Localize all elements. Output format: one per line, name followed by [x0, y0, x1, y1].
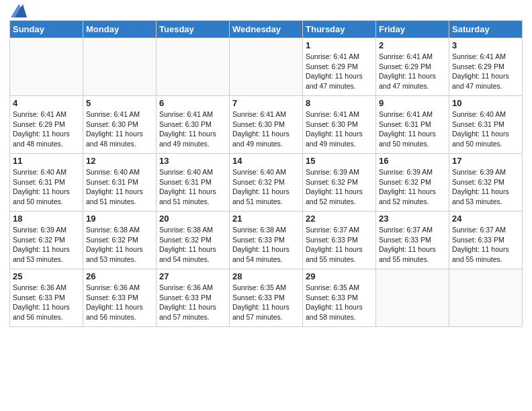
day-info: Sunrise: 6:35 AM Sunset: 6:33 PM Dayligh… — [232, 283, 300, 322]
day-info: Sunrise: 6:37 AM Sunset: 6:33 PM Dayligh… — [452, 225, 519, 265]
header-cell-wednesday: Wednesday — [230, 21, 303, 38]
day-info: Sunrise: 6:40 AM Sunset: 6:31 PM Dayligh… — [452, 109, 519, 149]
day-cell: 24Sunrise: 6:37 AM Sunset: 6:33 PM Dayli… — [449, 212, 523, 269]
day-info: Sunrise: 6:40 AM Sunset: 6:32 PM Dayligh… — [232, 167, 300, 207]
day-cell — [157, 38, 230, 96]
day-number: 25 — [13, 271, 80, 281]
week-row-2: 11Sunrise: 6:40 AM Sunset: 6:31 PM Dayli… — [10, 154, 523, 212]
day-cell: 21Sunrise: 6:38 AM Sunset: 6:33 PM Dayli… — [230, 212, 303, 269]
day-cell: 16Sunrise: 6:39 AM Sunset: 6:32 PM Dayli… — [376, 154, 449, 212]
day-info: Sunrise: 6:38 AM Sunset: 6:32 PM Dayligh… — [86, 225, 153, 265]
day-cell: 19Sunrise: 6:38 AM Sunset: 6:32 PM Dayli… — [83, 212, 157, 269]
calendar-header: SundayMondayTuesdayWednesdayThursdayFrid… — [10, 21, 523, 38]
day-number: 23 — [379, 214, 446, 224]
logo — [9, 9, 27, 17]
day-info: Sunrise: 6:40 AM Sunset: 6:31 PM Dayligh… — [159, 167, 226, 207]
header-cell-tuesday: Tuesday — [157, 21, 230, 38]
day-info: Sunrise: 6:38 AM Sunset: 6:32 PM Dayligh… — [159, 225, 226, 265]
day-number: 3 — [452, 40, 519, 50]
day-cell: 23Sunrise: 6:37 AM Sunset: 6:33 PM Dayli… — [376, 212, 449, 269]
day-info: Sunrise: 6:39 AM Sunset: 6:32 PM Dayligh… — [379, 167, 446, 207]
day-cell: 11Sunrise: 6:40 AM Sunset: 6:31 PM Dayli… — [10, 154, 83, 212]
day-cell: 3Sunrise: 6:41 AM Sunset: 6:29 PM Daylig… — [449, 38, 523, 96]
day-number: 29 — [306, 271, 373, 281]
day-cell: 29Sunrise: 6:35 AM Sunset: 6:33 PM Dayli… — [303, 269, 376, 327]
day-cell: 1Sunrise: 6:41 AM Sunset: 6:29 PM Daylig… — [303, 38, 376, 96]
day-cell: 4Sunrise: 6:41 AM Sunset: 6:29 PM Daylig… — [10, 96, 83, 154]
day-info: Sunrise: 6:39 AM Sunset: 6:32 PM Dayligh… — [452, 167, 519, 207]
day-info: Sunrise: 6:41 AM Sunset: 6:29 PM Dayligh… — [379, 52, 446, 91]
day-info: Sunrise: 6:41 AM Sunset: 6:29 PM Dayligh… — [452, 52, 519, 91]
day-info: Sunrise: 6:41 AM Sunset: 6:30 PM Dayligh… — [232, 109, 300, 149]
day-number: 9 — [379, 98, 446, 108]
day-info: Sunrise: 6:36 AM Sunset: 6:33 PM Dayligh… — [13, 283, 80, 322]
day-number: 19 — [86, 214, 153, 224]
day-number: 8 — [306, 98, 373, 108]
day-number: 7 — [232, 98, 300, 108]
day-info: Sunrise: 6:38 AM Sunset: 6:33 PM Dayligh… — [232, 225, 300, 265]
day-cell: 28Sunrise: 6:35 AM Sunset: 6:33 PM Dayli… — [230, 269, 303, 327]
page: SundayMondayTuesdayWednesdayThursdayFrid… — [0, 0, 532, 336]
header — [9, 7, 523, 17]
day-info: Sunrise: 6:41 AM Sunset: 6:30 PM Dayligh… — [306, 109, 373, 149]
day-number: 26 — [86, 271, 153, 281]
day-info: Sunrise: 6:41 AM Sunset: 6:31 PM Dayligh… — [379, 109, 446, 149]
header-cell-sunday: Sunday — [10, 21, 83, 38]
header-cell-saturday: Saturday — [449, 21, 523, 38]
day-number: 2 — [379, 40, 446, 50]
day-number: 13 — [159, 156, 226, 166]
day-cell: 18Sunrise: 6:39 AM Sunset: 6:32 PM Dayli… — [10, 212, 83, 269]
week-row-0: 1Sunrise: 6:41 AM Sunset: 6:29 PM Daylig… — [10, 38, 523, 96]
day-cell — [230, 38, 303, 96]
day-cell: 10Sunrise: 6:40 AM Sunset: 6:31 PM Dayli… — [449, 96, 523, 154]
day-cell: 13Sunrise: 6:40 AM Sunset: 6:31 PM Dayli… — [157, 154, 230, 212]
day-number: 17 — [452, 156, 519, 166]
day-info: Sunrise: 6:36 AM Sunset: 6:33 PM Dayligh… — [86, 283, 153, 322]
day-number: 18 — [13, 214, 80, 224]
day-number: 10 — [452, 98, 519, 108]
day-number: 12 — [86, 156, 153, 166]
day-cell: 5Sunrise: 6:41 AM Sunset: 6:30 PM Daylig… — [83, 96, 157, 154]
day-number: 20 — [159, 214, 226, 224]
day-number: 15 — [306, 156, 373, 166]
day-info: Sunrise: 6:39 AM Sunset: 6:32 PM Dayligh… — [306, 167, 373, 207]
day-info: Sunrise: 6:41 AM Sunset: 6:29 PM Dayligh… — [13, 109, 80, 149]
day-info: Sunrise: 6:41 AM Sunset: 6:30 PM Dayligh… — [86, 109, 153, 149]
day-cell: 17Sunrise: 6:39 AM Sunset: 6:32 PM Dayli… — [449, 154, 523, 212]
day-cell: 25Sunrise: 6:36 AM Sunset: 6:33 PM Dayli… — [10, 269, 83, 327]
day-cell: 2Sunrise: 6:41 AM Sunset: 6:29 PM Daylig… — [376, 38, 449, 96]
day-cell: 8Sunrise: 6:41 AM Sunset: 6:30 PM Daylig… — [303, 96, 376, 154]
day-info: Sunrise: 6:39 AM Sunset: 6:32 PM Dayligh… — [13, 225, 80, 265]
day-cell: 12Sunrise: 6:40 AM Sunset: 6:31 PM Dayli… — [83, 154, 157, 212]
day-info: Sunrise: 6:35 AM Sunset: 6:33 PM Dayligh… — [306, 283, 373, 322]
day-number: 27 — [159, 271, 226, 281]
day-cell — [10, 38, 83, 96]
day-number: 14 — [232, 156, 300, 166]
day-cell — [376, 269, 449, 327]
header-cell-thursday: Thursday — [303, 21, 376, 38]
day-number: 1 — [306, 40, 373, 50]
day-cell: 26Sunrise: 6:36 AM Sunset: 6:33 PM Dayli… — [83, 269, 157, 327]
day-cell: 7Sunrise: 6:41 AM Sunset: 6:30 PM Daylig… — [230, 96, 303, 154]
week-row-4: 25Sunrise: 6:36 AM Sunset: 6:33 PM Dayli… — [10, 269, 523, 327]
header-row: SundayMondayTuesdayWednesdayThursdayFrid… — [10, 21, 523, 38]
logo-icon — [11, 4, 27, 17]
header-cell-monday: Monday — [83, 21, 157, 38]
day-info: Sunrise: 6:41 AM Sunset: 6:30 PM Dayligh… — [159, 109, 226, 149]
day-number: 11 — [13, 156, 80, 166]
week-row-3: 18Sunrise: 6:39 AM Sunset: 6:32 PM Dayli… — [10, 212, 523, 269]
calendar-table: SundayMondayTuesdayWednesdayThursdayFrid… — [9, 20, 523, 327]
day-info: Sunrise: 6:40 AM Sunset: 6:31 PM Dayligh… — [13, 167, 80, 207]
day-cell: 6Sunrise: 6:41 AM Sunset: 6:30 PM Daylig… — [157, 96, 230, 154]
day-cell: 22Sunrise: 6:37 AM Sunset: 6:33 PM Dayli… — [303, 212, 376, 269]
day-info: Sunrise: 6:37 AM Sunset: 6:33 PM Dayligh… — [379, 225, 446, 265]
day-info: Sunrise: 6:40 AM Sunset: 6:31 PM Dayligh… — [86, 167, 153, 207]
day-cell: 9Sunrise: 6:41 AM Sunset: 6:31 PM Daylig… — [376, 96, 449, 154]
day-cell: 15Sunrise: 6:39 AM Sunset: 6:32 PM Dayli… — [303, 154, 376, 212]
day-number: 5 — [86, 98, 153, 108]
day-cell: 27Sunrise: 6:36 AM Sunset: 6:33 PM Dayli… — [157, 269, 230, 327]
day-number: 22 — [306, 214, 373, 224]
day-number: 24 — [452, 214, 519, 224]
day-cell: 14Sunrise: 6:40 AM Sunset: 6:32 PM Dayli… — [230, 154, 303, 212]
header-cell-friday: Friday — [376, 21, 449, 38]
